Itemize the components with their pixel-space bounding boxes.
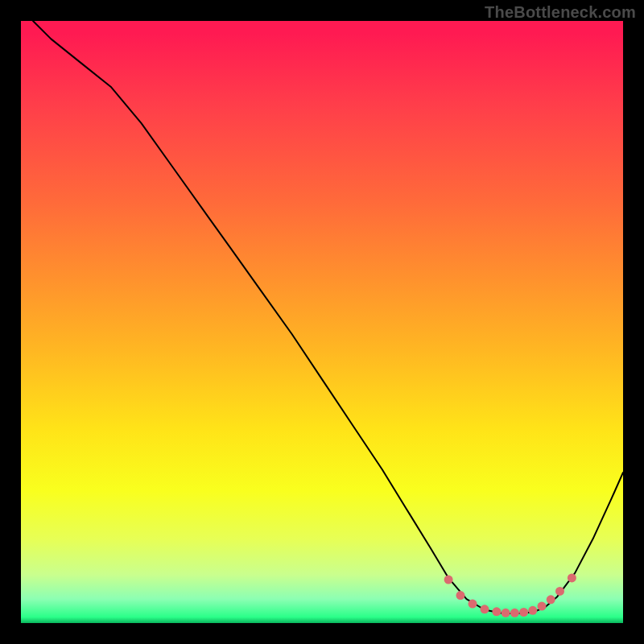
marker-dot: [568, 573, 576, 582]
marker-dot: [469, 600, 477, 609]
marker-dot: [528, 606, 537, 615]
marker-dot: [538, 602, 547, 611]
plot-area: [21, 21, 623, 623]
marker-dot: [555, 587, 564, 596]
chart-stage: TheBottleneck.com: [0, 0, 644, 644]
chart-svg: [21, 21, 623, 623]
marker-dot: [502, 609, 510, 617]
marker-dot: [519, 608, 528, 617]
marker-dot: [481, 605, 489, 613]
bottleneck-curve: [21, 21, 623, 613]
marker-dot: [444, 576, 453, 584]
marker-dot: [510, 609, 519, 617]
bottleneck-markers: [444, 573, 576, 617]
watermark-text: TheBottleneck.com: [485, 3, 636, 22]
marker-dot: [492, 607, 501, 616]
marker-dot: [547, 595, 555, 604]
marker-dot: [456, 591, 465, 600]
